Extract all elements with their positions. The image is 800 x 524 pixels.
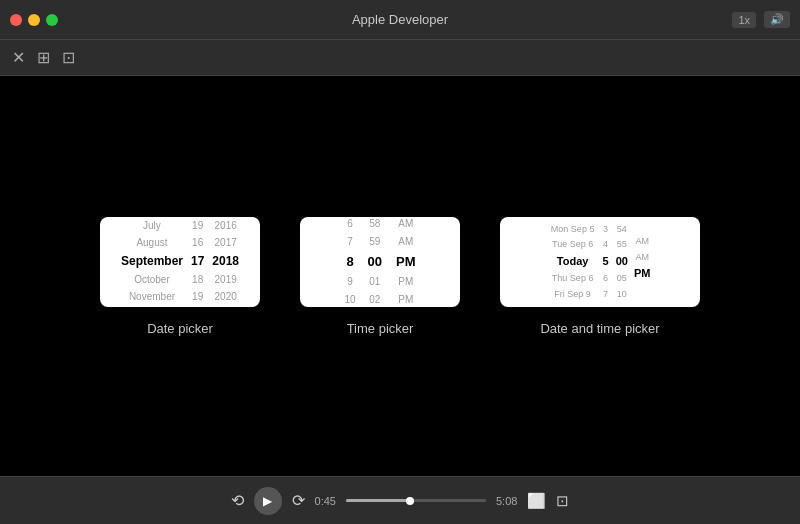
picture-icon[interactable]: ⊡ xyxy=(62,48,75,67)
year-row-0: 2016 xyxy=(211,218,241,234)
month-row-4: November xyxy=(125,289,179,305)
title-bar-right: 1x 🔊 xyxy=(732,11,790,28)
close-button[interactable] xyxy=(10,14,22,26)
date-picker-card: July August September October November 1… xyxy=(100,217,260,307)
month-column: July August September October November xyxy=(117,218,187,305)
dt-ampm-3 xyxy=(639,284,645,286)
hour-row-4: 10 xyxy=(340,291,359,306)
hour-row-0: 6 xyxy=(343,217,357,232)
dt-hour-column: 3 4 5 6 7 xyxy=(599,222,613,302)
hour-row-1: 7 xyxy=(343,233,357,250)
dt-hour-0: 3 xyxy=(600,222,611,237)
dt-hour-selected: 5 xyxy=(600,253,612,270)
date-picker-container: July August September October November 1… xyxy=(100,217,260,336)
day-row-0: 19 xyxy=(188,218,207,234)
window-title: Apple Developer xyxy=(352,12,448,27)
time-picker-label: Time picker xyxy=(347,321,414,336)
dt-ampm-column: AM AM PM xyxy=(631,234,654,289)
ampm-row-3: PM xyxy=(394,273,417,290)
dt-min-1: 55 xyxy=(614,237,630,252)
month-row-3: October xyxy=(130,272,174,288)
ampm-row-1: AM xyxy=(394,233,417,250)
captions-icon[interactable]: ⊡ xyxy=(556,492,569,510)
datetime-inner: Mon Sep 5 Tue Sep 6 Today Thu Sep 6 Fri … xyxy=(500,217,700,307)
min-row-0: 58 xyxy=(365,217,384,232)
year-row-selected: 2018 xyxy=(208,252,243,271)
dt-date-4: Fri Sep 9 xyxy=(551,287,594,302)
year-column: 2016 2017 2018 2019 2020 xyxy=(208,218,243,305)
date-picker-label: Date picker xyxy=(147,321,213,336)
progress-thumb xyxy=(406,497,414,505)
dt-hour-4: 7 xyxy=(600,287,611,302)
minimize-button[interactable] xyxy=(28,14,40,26)
dt-ampm-selected: PM xyxy=(631,265,654,282)
dt-hour-3: 6 xyxy=(600,271,611,286)
play-button[interactable]: ▶ xyxy=(254,487,282,515)
speed-button[interactable]: 1x xyxy=(732,12,756,28)
datetime-picker-card: Mon Sep 5 Tue Sep 6 Today Thu Sep 6 Fri … xyxy=(500,217,700,307)
close-icon[interactable]: ✕ xyxy=(12,48,25,67)
time-picker-inner: 6 7 8 9 10 58 59 00 01 02 AM AM PM xyxy=(300,217,460,307)
datetime-picker-label: Date and time picker xyxy=(540,321,659,336)
main-content: July August September October November 1… xyxy=(0,76,800,476)
dt-min-column: 54 55 00 05 10 xyxy=(613,222,631,302)
day-column: 19 16 17 18 19 xyxy=(187,218,208,305)
sidebar-icon[interactable]: ⊞ xyxy=(37,48,50,67)
ampm-row-4: PM xyxy=(394,291,417,306)
rewind-icon[interactable]: ⟲ xyxy=(231,491,244,510)
min-row-3: 01 xyxy=(365,273,384,290)
dt-date-selected: Today xyxy=(554,253,592,270)
playback-bar: ⟲ ▶ ⟳ 0:45 5:08 ⬜ ⊡ xyxy=(0,476,800,524)
dt-min-0: 54 xyxy=(614,222,630,237)
month-row-0: July xyxy=(139,218,165,234)
day-row-3: 18 xyxy=(188,272,207,288)
dt-min-3: 05 xyxy=(614,271,630,286)
year-row-3: 2019 xyxy=(211,272,241,288)
title-bar: Apple Developer 1x 🔊 xyxy=(0,0,800,40)
ampm-row-0: AM xyxy=(394,217,417,232)
current-time: 0:45 xyxy=(315,495,336,507)
dt-date-0: Mon Sep 5 xyxy=(548,222,598,237)
volume-button[interactable]: 🔊 xyxy=(764,11,790,28)
min-row-selected: 00 xyxy=(364,251,386,273)
datetime-picker-container: Mon Sep 5 Tue Sep 6 Today Thu Sep 6 Fri … xyxy=(500,217,700,336)
year-row-1: 2017 xyxy=(211,235,241,251)
time-picker-container: 6 7 8 9 10 58 59 00 01 02 AM AM PM xyxy=(300,217,460,336)
day-row-selected: 17 xyxy=(187,252,208,271)
dt-date-column: Mon Sep 5 Tue Sep 6 Today Thu Sep 6 Fri … xyxy=(547,222,599,302)
date-picker-rows: July August September October November 1… xyxy=(100,217,260,307)
dt-ampm-0: AM xyxy=(632,234,652,249)
traffic-lights xyxy=(10,14,58,26)
hour-column: 6 7 8 9 10 xyxy=(340,217,359,307)
day-row-1: 16 xyxy=(188,235,207,251)
hour-row-3: 9 xyxy=(343,273,357,290)
progress-bar[interactable] xyxy=(346,499,486,502)
min-row-4: 02 xyxy=(365,291,384,306)
dt-ampm-4 xyxy=(639,287,645,289)
dt-hour-1: 4 xyxy=(600,237,611,252)
time-picker-card: 6 7 8 9 10 58 59 00 01 02 AM AM PM xyxy=(300,217,460,307)
ampm-column: AM AM PM PM PM xyxy=(392,217,420,307)
forward-icon[interactable]: ⟳ xyxy=(292,491,305,510)
minute-column: 58 59 00 01 02 xyxy=(364,217,386,307)
play-icon: ▶ xyxy=(263,494,272,508)
month-row-selected: September xyxy=(117,252,187,271)
day-row-4: 19 xyxy=(188,289,207,305)
dt-date-3: Thu Sep 6 xyxy=(549,271,597,286)
dt-date-1: Tue Sep 6 xyxy=(549,237,596,252)
month-row-1: August xyxy=(132,235,171,251)
ampm-row-selected: PM xyxy=(392,251,420,273)
maximize-button[interactable] xyxy=(46,14,58,26)
min-row-1: 59 xyxy=(365,233,384,250)
dt-ampm-1: AM xyxy=(632,250,652,265)
year-row-4: 2020 xyxy=(211,289,241,305)
dt-min-4: 10 xyxy=(614,287,630,302)
monitor-icon[interactable]: ⬜ xyxy=(527,492,546,510)
dt-min-selected: 00 xyxy=(613,253,631,270)
total-time: 5:08 xyxy=(496,495,517,507)
hour-row-selected: 8 xyxy=(342,251,357,273)
toolbar: ✕ ⊞ ⊡ xyxy=(0,40,800,76)
progress-fill xyxy=(346,499,409,502)
